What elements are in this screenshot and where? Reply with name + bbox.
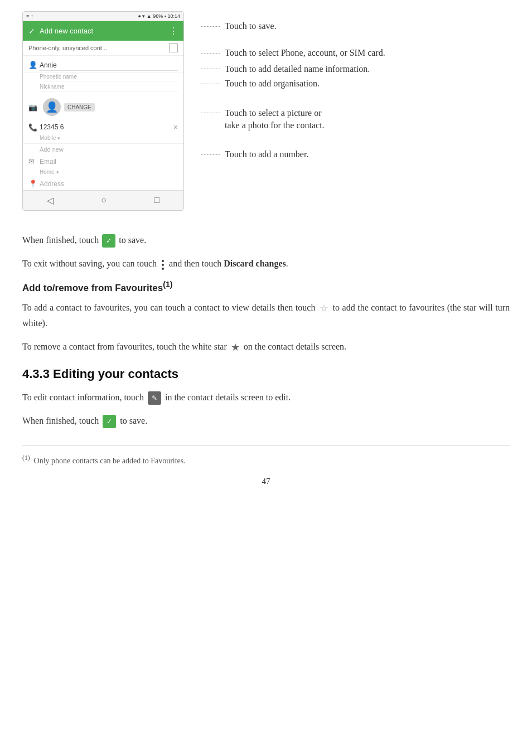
- dot2: [162, 264, 164, 266]
- annotation-picture: Touch to select a picture or take a phot…: [201, 107, 510, 132]
- footnote-text: Only phone contacts can be added to Favo…: [34, 457, 186, 465]
- account-label: Phone-only, unsynced cont...: [28, 45, 107, 51]
- discard-changes-label: Discard changes: [224, 259, 286, 268]
- nickname-field[interactable]: Nickname: [23, 83, 183, 94]
- dash-line-picture: [201, 113, 220, 113]
- chapter-heading: 4.3.3 Editing your contacts: [22, 367, 510, 381]
- nav-bar: ◁ ○ □: [23, 190, 183, 210]
- phone-input[interactable]: 12345 6: [40, 123, 173, 131]
- exit-end: .: [286, 259, 288, 268]
- mobile-type-selector[interactable]: Mobile ▾: [23, 134, 183, 143]
- paragraph-edit: To edit contact information, touch ✎ in …: [22, 390, 510, 405]
- footnote-superscript: (1): [22, 454, 30, 462]
- annotation-org-text: Touch to add organisation.: [225, 77, 320, 90]
- dash-line-select: [201, 53, 220, 54]
- paragraph-remove-fav: To remove a contact from favourites, tou…: [22, 340, 510, 356]
- favourites-heading-text: Add to/remove from Favourites: [22, 283, 163, 293]
- home-button[interactable]: ○: [101, 195, 107, 206]
- phone-icon: 📞: [28, 123, 40, 132]
- favourites-heading: Add to/remove from Favourites(1): [22, 280, 510, 294]
- annotation-number: Touch to add a number.: [201, 148, 510, 161]
- add-fav-text1: To add a contact to favourites, you can …: [22, 303, 315, 312]
- annotation-save: Touch to save.: [201, 20, 510, 32]
- remove-fav-text1: To remove a contact from favourites, tou…: [22, 342, 227, 351]
- change-picture-button[interactable]: CHANGE: [64, 103, 95, 112]
- paragraph-add-fav: To add a contact to favourites, you can …: [22, 301, 510, 331]
- picture-row: 📷 👤 CHANGE: [23, 94, 183, 120]
- person-icon: 👤: [28, 61, 40, 69]
- paragraph-exit: To exit without saving, you can touch an…: [22, 256, 510, 271]
- annotation-name-text: Touch to add detailed name information.: [225, 63, 370, 75]
- annotation-name: Touch to add detailed name information.: [201, 63, 510, 75]
- pencil-icon: ✎: [148, 391, 161, 405]
- finished-text: When finished, touch: [22, 235, 99, 245]
- dot1: [162, 260, 164, 262]
- name-input[interactable]: Annie: [40, 59, 178, 71]
- email-row: ✉ Email: [23, 155, 183, 168]
- annotation-picture-text: Touch to select a picture or take a phot…: [225, 107, 325, 132]
- annotations-area: Touch to save. Touch to select Phone, ac…: [201, 11, 510, 222]
- toolbar: ✓ Add new contact ⋮: [23, 21, 183, 41]
- checkmark-icon-2: ✓: [103, 415, 116, 428]
- avatar: 👤: [43, 98, 61, 116]
- save-check-icon[interactable]: ✓: [28, 27, 35, 36]
- edit-text2: in the contact details screen to edit.: [165, 392, 291, 402]
- to-save-text: to save.: [119, 235, 146, 245]
- recent-button[interactable]: □: [154, 195, 160, 206]
- mobile-label: Mobile: [40, 135, 56, 141]
- dash-line-name: [201, 69, 220, 69]
- annotation-select: Touch to select Phone, account, or SIM c…: [201, 47, 510, 59]
- status-bar: ≡ ↑ ● ▾ ▲ 96% ▪ 10:14: [23, 12, 183, 21]
- dash-line-org: [201, 84, 220, 84]
- three-dots-icon: [161, 260, 165, 270]
- location-icon: 📍: [28, 180, 40, 188]
- star-filled-icon: ★: [231, 340, 240, 356]
- email-icon: ✉: [28, 157, 40, 166]
- heading-superscript: (1): [163, 280, 172, 289]
- email-input[interactable]: Email: [40, 158, 178, 166]
- name-field-row: 👤 Annie: [23, 56, 183, 72]
- email-type-selector[interactable]: Home ▾: [23, 168, 183, 177]
- upload-icon: ↑: [31, 13, 33, 19]
- phone-number-row: 📞 12345 6 ×: [23, 120, 183, 134]
- exit-text2: and then touch: [169, 259, 221, 268]
- address-row: 📍 Address: [23, 177, 183, 190]
- edit-finished-text: When finished, touch: [22, 416, 99, 425]
- remove-fav-text2: on the contact details screen.: [244, 342, 346, 351]
- notification-icon: ≡: [26, 13, 29, 19]
- annotation-save-text: Touch to save.: [225, 20, 277, 32]
- address-input[interactable]: Address: [40, 180, 178, 188]
- dot3: [162, 268, 164, 270]
- annotation-select-text: Touch to select Phone, account, or SIM c…: [225, 47, 385, 59]
- footnote: (1) Only phone contacts can be added to …: [22, 454, 510, 466]
- dash-line-number: [201, 154, 220, 155]
- star-outline-icon: ☆: [320, 301, 328, 317]
- main-content: When finished, touch ✓ to save. To exit …: [22, 227, 510, 486]
- home-dropdown-arrow: ▾: [56, 169, 59, 175]
- edit-text1: To edit contact information, touch: [22, 392, 144, 402]
- status-left: ≡ ↑: [26, 13, 33, 19]
- camera-icon: 📷: [28, 103, 40, 112]
- clear-phone-icon[interactable]: ×: [173, 123, 178, 132]
- footnote-area: (1) Only phone contacts can be added to …: [22, 445, 510, 466]
- account-selector-row[interactable]: Phone-only, unsynced cont...: [23, 41, 183, 56]
- status-right: ● ▾ ▲ 96% ▪ 10:14: [138, 13, 180, 19]
- annotation-org: Touch to add organisation.: [201, 77, 510, 90]
- back-button[interactable]: ◁: [47, 195, 54, 206]
- checkmark-icon: ✓: [102, 234, 115, 248]
- mobile-dropdown-arrow: ▾: [57, 135, 60, 141]
- home-label: Home: [40, 169, 55, 175]
- phonetic-field[interactable]: Phonetic name: [23, 72, 183, 83]
- account-checkbox[interactable]: [169, 43, 178, 52]
- menu-icon[interactable]: ⋮: [169, 26, 178, 36]
- annotation-number-text: Touch to add a number.: [225, 148, 308, 161]
- edit-save-text: to save.: [120, 416, 147, 425]
- exit-text1: To exit without saving, you can touch: [22, 259, 157, 268]
- paragraph-edit-finished: When finished, touch ✓ to save.: [22, 414, 510, 428]
- paragraph-finished-save: When finished, touch ✓ to save.: [22, 233, 510, 248]
- nickname-label: Nickname: [40, 84, 178, 91]
- toolbar-title: Add new contact: [40, 27, 169, 35]
- add-new-number[interactable]: Add new: [23, 143, 183, 155]
- phone-mockup: ≡ ↑ ● ▾ ▲ 96% ▪ 10:14 ✓ Add new contact …: [22, 11, 184, 211]
- phonetic-label: Phonetic name: [40, 74, 178, 81]
